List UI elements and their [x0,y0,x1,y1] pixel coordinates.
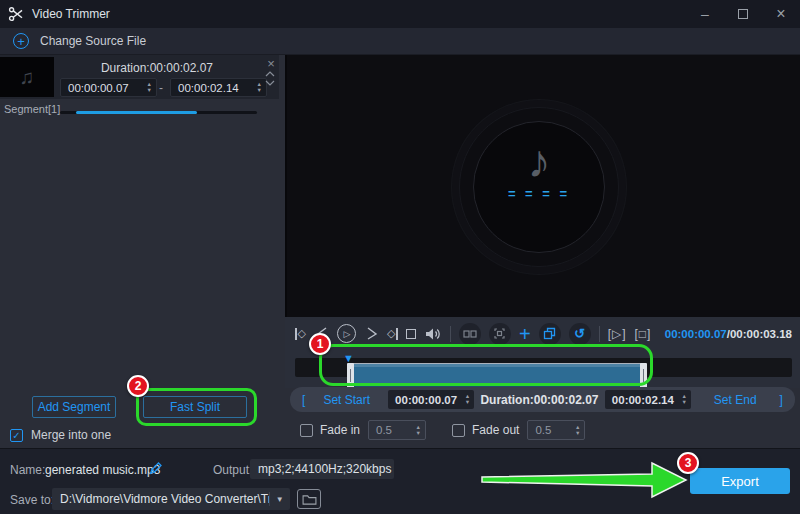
preview-area: ♪ = = = = [285,55,800,317]
spin-down-icon[interactable]: ▼ [147,88,152,93]
minimize-button[interactable]: – [694,3,716,25]
spin-down-icon[interactable]: ▼ [416,431,421,436]
segment-move-down-icon[interactable] [265,80,275,86]
scissors-icon [8,6,24,22]
annotation-box-fast-split [136,388,257,426]
save-to-label: Save to: [10,493,54,507]
spin-down-icon[interactable]: ▼ [681,400,686,405]
add-source-icon[interactable]: + [13,33,29,49]
fade-in-input[interactable]: 0.5 ▲ ▼ [368,420,426,440]
name-label: Name: [10,463,45,477]
stop-segment-button[interactable]: [□] [635,327,652,341]
set-end-button[interactable]: Set End [695,393,775,407]
segment-start-input[interactable]: 00:00:00.07 ▲ ▼ [60,78,157,97]
play-icon: ▷ [344,329,351,339]
audio-disc: ♪ = = = = [459,107,619,267]
stop-button[interactable] [406,329,416,339]
segment-start-stepper[interactable]: ▲ ▼ [147,82,156,93]
music-note-icon: ♪ [528,138,551,184]
segment-duration-label: Duration:00:00:02.07 [57,61,257,75]
annotation-arrow-export [470,455,700,505]
segment-card[interactable]: ♫ Duration:00:00:02.07 00:00:00.07 ▲ ▼ -… [0,55,279,99]
output-format-field[interactable]: mp3;2;44100Hz;320kbps [250,459,394,479]
segment-name-label: Segment[1] [4,103,60,115]
reset-button[interactable]: ↺ [569,323,591,345]
trim-duration-label: Duration:00:00:02.07 [478,393,600,407]
save-to-dropdown[interactable]: D:\Vidmore\Vidmore Video Converter\Trimm… [52,488,290,510]
browse-folder-button[interactable] [297,489,321,509]
spin-up-icon[interactable]: ▲ [416,425,421,430]
copy-segment-button[interactable] [539,323,561,345]
fade-row: Fade in 0.5 ▲ ▼ Fade out 0.5 ▲ ▼ [285,412,800,448]
segment-progress-track [60,111,257,114]
fade-in-checkbox[interactable] [300,424,313,437]
step-badge-1: 1 [309,333,331,355]
spin-up-icon[interactable]: ▲ [575,425,580,430]
add-segment-button[interactable]: Add Segment [32,396,116,418]
dropdown-caret-icon[interactable]: ▼ [270,495,290,504]
segment-move-up-icon[interactable] [265,71,275,77]
add-segment-icon[interactable]: + [519,324,531,344]
fade-in-stepper[interactable]: ▲ ▼ [416,425,425,436]
step-badge-3: 3 [677,452,699,474]
titlebar: Video Trimmer – × [0,0,800,28]
close-button[interactable]: × [770,3,792,25]
segment-thumbnail: ♫ [0,57,54,97]
merge-checkbox[interactable]: ✓ [10,429,23,442]
trim-controls-row: [ Set Start 00:00:00.07 ▲ ▼ Duration:00:… [290,387,795,412]
go-to-end-button[interactable]: ◇ [387,327,398,340]
source-bar: + Change Source File [0,28,800,55]
bracket-left: [ [302,393,305,407]
split-button[interactable] [459,323,481,345]
toolbar-divider [599,326,600,342]
step-badge-2: 2 [127,375,149,397]
fade-out-input[interactable]: 0.5 ▲ ▼ [527,420,585,440]
maximize-button[interactable] [732,3,754,25]
spin-down-icon[interactable]: ▼ [465,400,470,405]
equalizer-icon: = = = = [508,186,570,201]
fade-out-label: Fade out [472,423,519,437]
fade-out-checkbox[interactable] [452,424,465,437]
segment-progress-fill [76,111,197,114]
play-button[interactable]: ▷ [337,324,356,343]
set-start-button[interactable]: Set Start [310,393,384,407]
video-trimmer-window: Video Trimmer – × + Change Source File ♫… [0,0,800,514]
trim-start-stepper[interactable]: ▲ ▼ [465,394,474,405]
segment-end-input[interactable]: 00:00:02.14 ▲ ▼ [170,78,267,97]
edit-name-icon[interactable] [148,461,163,479]
export-button[interactable]: Export [690,468,790,494]
play-segment-button[interactable]: [▷] [608,327,627,341]
next-frame-button[interactable] [364,326,379,341]
bracket-right: ] [780,393,783,407]
merge-label: Merge into one [31,428,111,442]
file-name-value: generated music.mp3 [45,463,160,477]
timecode-display: 00:00:00.07/00:00:03.18 [665,328,792,340]
output-label: Output: [213,463,252,477]
maximize-icon [738,9,748,19]
spin-down-icon[interactable]: ▼ [257,88,262,93]
change-source-file-button[interactable]: Change Source File [40,34,146,48]
fade-out-stepper[interactable]: ▲ ▼ [575,425,584,436]
trim-start-input[interactable]: 00:00:00.07 ▲ ▼ [388,390,474,409]
range-dash: - [159,81,163,95]
spin-down-icon[interactable]: ▼ [575,431,580,436]
toolbar-divider [450,326,451,342]
window-title: Video Trimmer [32,7,110,21]
fade-in-label: Fade in [320,423,360,437]
music-note-icon: ♫ [20,66,35,89]
go-to-start-button[interactable]: ◇ [295,327,306,340]
trim-end-input[interactable]: 00:00:02.14 ▲ ▼ [605,390,691,409]
trim-end-stepper[interactable]: ▲ ▼ [681,394,690,405]
snapshot-button[interactable] [489,323,511,345]
annotation-box-timeline [319,344,653,386]
segment-close-icon[interactable]: × [263,56,279,71]
volume-icon[interactable] [424,326,442,342]
